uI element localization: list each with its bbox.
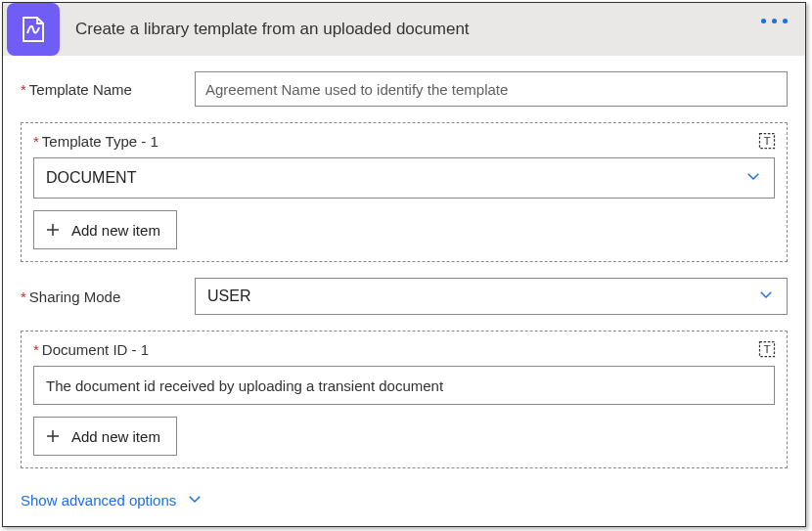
svg-text:T: T — [763, 134, 770, 147]
required-asterisk: * — [33, 341, 39, 358]
template-type-group: *Template Type - 1 T DOCUMENT Add new it… — [21, 122, 788, 262]
action-card: Create a library template from an upload… — [2, 2, 806, 527]
sharing-mode-row: *Sharing Mode USER — [21, 278, 788, 315]
template-type-value: DOCUMENT — [46, 169, 136, 187]
required-asterisk: * — [33, 133, 39, 150]
show-advanced-options-link[interactable]: Show advanced options — [21, 490, 203, 510]
svg-text:T: T — [763, 342, 770, 355]
card-header: Create a library template from an upload… — [3, 3, 805, 56]
template-name-label: *Template Name — [21, 81, 195, 98]
add-document-id-button[interactable]: Add new item — [33, 417, 177, 456]
add-template-type-button[interactable]: Add new item — [33, 210, 177, 249]
template-name-row: *Template Name — [21, 71, 788, 107]
template-name-input[interactable] — [195, 71, 788, 107]
more-options-icon[interactable] — [761, 19, 788, 23]
document-id-group: *Document ID - 1 T The document id recei… — [21, 331, 788, 468]
document-id-label: *Document ID - 1 — [33, 341, 775, 358]
template-type-select[interactable]: DOCUMENT — [33, 157, 775, 199]
card-title: Create a library template from an upload… — [75, 20, 470, 39]
card-body: *Template Name *Template Type - 1 T DOCU… — [3, 56, 805, 526]
collapse-array-icon[interactable]: T — [757, 131, 777, 155]
plus-icon — [44, 221, 62, 239]
sharing-mode-value: USER — [207, 288, 250, 305]
collapse-array-icon[interactable]: T — [757, 339, 777, 363]
required-asterisk: * — [21, 288, 26, 305]
sharing-mode-label: *Sharing Mode — [21, 288, 195, 305]
required-asterisk: * — [21, 81, 26, 98]
chevron-down-icon — [186, 490, 203, 510]
document-id-input[interactable]: The document id received by uploading a … — [33, 366, 775, 405]
template-type-label: *Template Type - 1 — [33, 133, 775, 150]
chevron-down-icon — [744, 167, 762, 189]
chevron-down-icon — [757, 286, 775, 307]
plus-icon — [44, 427, 62, 445]
adobe-acrobat-icon — [7, 3, 60, 56]
sharing-mode-select[interactable]: USER — [195, 278, 788, 315]
